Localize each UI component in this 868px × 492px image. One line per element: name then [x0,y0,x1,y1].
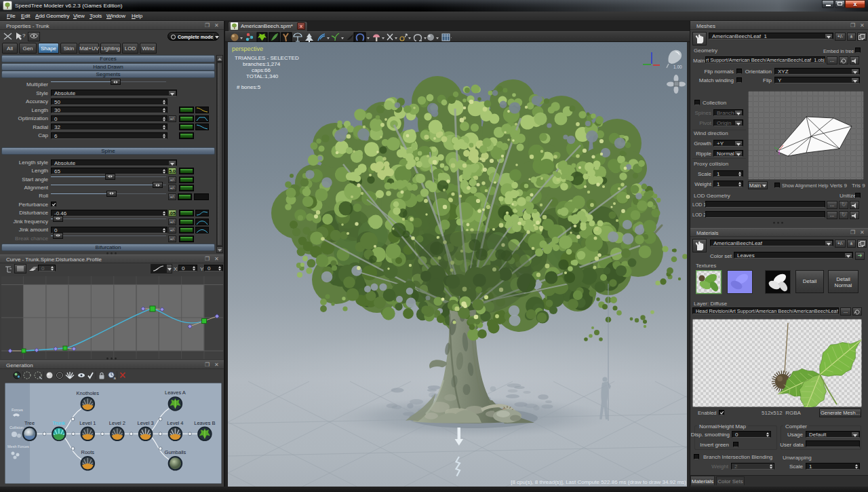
svg-text:Leaves B: Leaves B [194,420,215,426]
svg-text:Level 3: Level 3 [138,420,154,426]
svg-text:TOTAL:1,340: TOTAL:1,340 [246,73,279,79]
svg-text:Leaves A: Leaves A [165,390,186,396]
svg-text:Roots: Roots [81,449,95,455]
svg-text:a: a [114,376,117,380]
svg-text:Tree: Tree [24,420,35,426]
svg-text:Forces: Forces [12,408,23,412]
svg-text:Level 4: Level 4 [167,420,183,426]
svg-text:TRIANGLES - SELECTED: TRIANGLES - SELECTED [235,55,299,61]
svg-text:[8 cpu(s), 8 thread(s)], Last: [8 cpu(s), 8 thread(s)], Last Compute 52… [511,479,686,485]
svg-text:branches:1,274: branches:1,274 [243,61,281,67]
svg-text:?: ? [22,33,26,39]
svg-text:Trunk: Trunk [52,420,65,426]
svg-text:Gumballs: Gumballs [165,449,186,455]
svg-text:1.00: 1.00 [673,64,682,69]
svg-text:Level 1: Level 1 [79,420,96,426]
svg-text:# bones:5: # bones:5 [237,84,261,90]
svg-text:perspective: perspective [232,45,263,52]
svg-text:Knotholes: Knotholes [77,390,100,396]
svg-text:Level 2: Level 2 [109,420,125,426]
svg-text:Mesh Forces: Mesh Forces [7,444,29,449]
svg-text:Collision: Collision [9,425,24,430]
svg-text:caps:66: caps:66 [252,67,271,73]
